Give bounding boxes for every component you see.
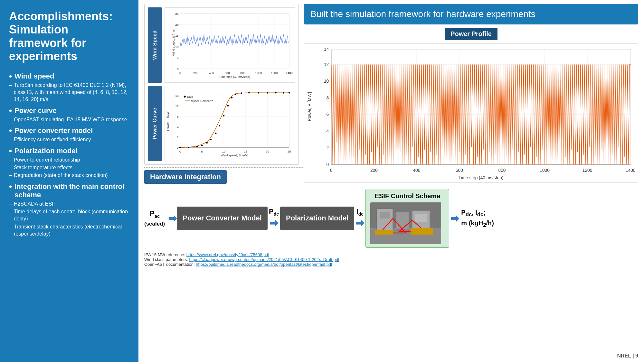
svg-text:1000: 1000: [540, 168, 550, 173]
esif-image: [370, 202, 441, 244]
sidebar-bullet-main: Power curve: [9, 107, 129, 115]
sidebar: Accomplishments: Simulation framework fo…: [0, 0, 138, 362]
svg-text:16: 16: [175, 94, 179, 97]
svg-point-53: [231, 97, 233, 98]
ref2: Wind class parameters: https://cleanpowe…: [144, 257, 638, 262]
svg-text:Data: Data: [187, 95, 193, 98]
svg-text:200: 200: [370, 168, 378, 173]
svg-text:15: 15: [244, 150, 247, 153]
svg-text:800: 800: [498, 168, 506, 173]
svg-text:400: 400: [413, 168, 420, 173]
svg-text:2: 2: [177, 135, 178, 139]
sidebar-bullet-main: Integration with the main control scheme: [9, 182, 129, 199]
main-content: Wind Speed: [138, 0, 644, 362]
svg-point-56: [248, 92, 250, 94]
sidebar-bullet-main: Polarization model: [9, 147, 129, 155]
sidebar-bullets: Wind speedTurbSim according to IEC 61400…: [9, 72, 129, 241]
power-curve-chart-box: Power Curve: [148, 86, 295, 161]
ref3-link[interactable]: https://buildmedia.readthedocs.org/media…: [196, 262, 332, 267]
svg-text:Time step (40 ms/step): Time step (40 ms/step): [459, 175, 504, 180]
callout-box: Built the simulation framework for hardw…: [304, 4, 638, 24]
sidebar-bullet-sub: Power-to-current relationship: [9, 156, 129, 163]
flow-arrow-final: ➡: [450, 212, 459, 225]
svg-point-49: [215, 133, 217, 134]
top-section: Wind Speed: [144, 4, 638, 165]
hardware-integration-label: Hardware Integration: [144, 170, 227, 184]
svg-text:Model: Gompertz: Model: Gompertz: [191, 99, 213, 103]
sidebar-bullet-main: Power converter model: [9, 126, 129, 135]
svg-rect-121: [415, 214, 427, 222]
flow-arrow-3: Idc ➡: [355, 208, 364, 229]
svg-text:Wind speed, S [m/s]: Wind speed, S [m/s]: [221, 153, 248, 157]
svg-text:Wind speed, S [m/s]: Wind speed, S [m/s]: [172, 29, 175, 56]
svg-text:25: 25: [288, 150, 291, 153]
svg-point-52: [227, 105, 229, 107]
svg-text:8: 8: [177, 115, 178, 118]
flow-input-label: Pac (scaled): [144, 209, 165, 228]
svg-text:12: 12: [175, 105, 179, 108]
svg-text:10: 10: [324, 79, 329, 84]
hw-flow: Pac (scaled) ➡ Power Converter Model Pdc…: [144, 189, 638, 248]
wind-speed-chart-box: Wind Speed: [148, 7, 295, 83]
flow-output-label: Pdc, Idc; m (kgH2/h): [461, 208, 494, 229]
svg-text:2: 2: [327, 145, 329, 150]
svg-text:14: 14: [324, 47, 329, 52]
svg-text:800: 800: [240, 71, 245, 75]
svg-text:20: 20: [175, 23, 179, 26]
svg-text:15: 15: [175, 34, 179, 37]
svg-point-59: [275, 92, 277, 94]
footer-text: NREL | 9: [617, 353, 638, 359]
sidebar-bullet-sub: Stack temperature effects: [9, 164, 129, 171]
svg-rect-124: [411, 228, 433, 235]
svg-point-58: [267, 92, 268, 94]
svg-text:600: 600: [456, 168, 463, 173]
sidebar-bullet-sub: H2SCADA at ESIF: [9, 200, 129, 208]
svg-text:8: 8: [327, 96, 329, 100]
svg-text:Power, P [MW]: Power, P [MW]: [166, 111, 169, 131]
wind-speed-chart: 0 5 10 15 20 25 0 200 400 600 800 1000 1…: [165, 7, 295, 83]
svg-text:20: 20: [266, 150, 269, 153]
svg-point-47: [206, 142, 208, 144]
svg-text:0: 0: [177, 67, 178, 71]
ref1-link[interactable]: https://www.nrel.gov/docs/fy20osti/75698…: [186, 252, 269, 257]
svg-text:0: 0: [179, 71, 181, 75]
power-curve-label: Power Curve: [148, 86, 162, 161]
esif-title: ESIF Control Scheme: [370, 192, 444, 200]
svg-point-57: [258, 92, 260, 94]
svg-text:4: 4: [327, 129, 329, 134]
hardware-integration-block: Hardware Integration Pac (scaled) ➡ Powe…: [144, 170, 638, 267]
svg-text:Time step (40 ms/step): Time step (40 ms/step): [219, 75, 250, 79]
svg-rect-118: [380, 212, 390, 218]
ref2-link[interactable]: https://cleanpower.org/wp-content/upload…: [189, 257, 339, 262]
sidebar-bullet-sub: TurbSim according to IEC 61400 DLC 1.2 (…: [9, 82, 129, 103]
svg-point-50: [219, 125, 221, 126]
svg-text:5: 5: [177, 56, 178, 60]
svg-text:Power, P [MW]: Power, P [MW]: [307, 92, 312, 121]
power-profile-label: Power Profile: [445, 28, 497, 40]
power-curve-chart: Data Model: Gompertz 0 2 4 8 12 16 0 5 1…: [165, 86, 295, 161]
svg-text:4: 4: [177, 125, 178, 129]
sidebar-bullet-sub: OpenFAST simulating IEA 15 MW WTG respon…: [9, 116, 129, 123]
sidebar-bullet-sub: Time delays of each control block (commu…: [9, 208, 129, 223]
svg-point-60: [283, 92, 284, 94]
charts-area: Wind Speed: [144, 4, 299, 165]
footer: NREL | 9: [144, 352, 638, 359]
svg-text:12: 12: [324, 62, 329, 67]
svg-text:0: 0: [327, 162, 329, 167]
svg-text:10: 10: [222, 150, 226, 153]
svg-text:0: 0: [179, 150, 181, 153]
flow-block-polarization: Polarization Model: [280, 207, 354, 230]
svg-text:10: 10: [175, 45, 179, 49]
svg-rect-125: [375, 230, 393, 235]
sidebar-bullet-sub: Transient stack characteristics (electro…: [9, 223, 129, 238]
svg-point-45: [196, 146, 198, 148]
flow-block-power-converter: Power Converter Model: [177, 207, 268, 230]
svg-rect-119: [396, 212, 409, 230]
bottom-section: Hardware Integration Pac (scaled) ➡ Powe…: [144, 170, 638, 352]
sidebar-bullet-sub: Efficiency curve or fixed efficiency: [9, 136, 129, 143]
ref1: IEA 15 MW reference: https://www.nrel.go…: [144, 252, 638, 257]
svg-text:25: 25: [175, 12, 179, 15]
svg-text:0: 0: [330, 168, 333, 173]
sidebar-title: Accomplishments: Simulation framework fo…: [9, 10, 129, 63]
svg-text:1200: 1200: [271, 71, 278, 75]
